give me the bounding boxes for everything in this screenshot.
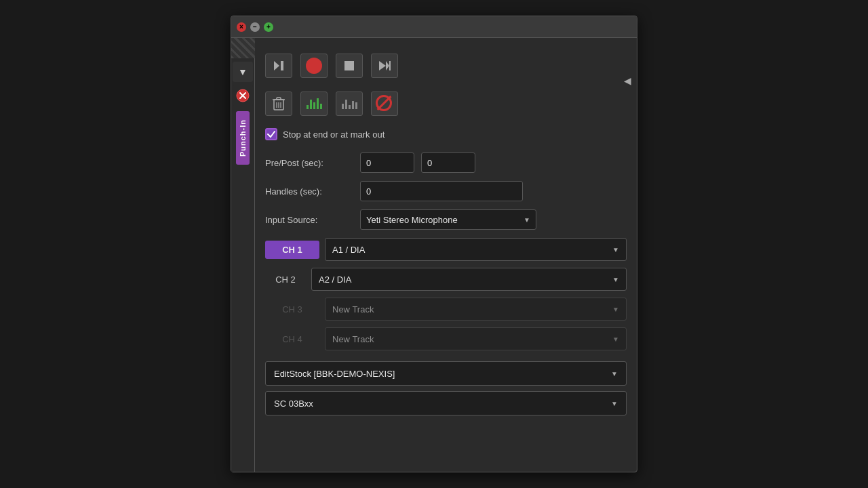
main-content: ◀ xyxy=(255,38,637,472)
ch4-label: CH 4 xyxy=(265,334,319,344)
ch2-row: CH 2 A2 / DIA ▼ xyxy=(265,268,627,291)
handles-label: Handles (sec): xyxy=(265,186,353,197)
svg-rect-4 xyxy=(281,61,283,70)
ch4-dropdown[interactable]: New Track ▼ xyxy=(325,327,627,350)
x-icon xyxy=(236,89,250,102)
record-icon xyxy=(306,58,322,74)
input-source-row: Input Source: Yeti Stereo Microphone ▼ xyxy=(265,209,627,230)
pre-post-row: Pre/Post (sec): xyxy=(265,152,627,173)
sc-arrow-icon: ▼ xyxy=(611,400,618,407)
input-source-dropdown[interactable]: Yeti Stereo Microphone ▼ xyxy=(360,209,536,230)
ch2-label: CH 2 xyxy=(265,274,306,285)
svg-marker-6 xyxy=(379,61,386,70)
minimize-button[interactable]: − xyxy=(250,22,260,32)
to-end-icon xyxy=(377,58,392,73)
mixer-button[interactable] xyxy=(336,92,363,116)
play-record-icon xyxy=(271,58,286,73)
ch4-arrow-icon: ▼ xyxy=(612,336,619,343)
post-value-input[interactable] xyxy=(421,152,475,173)
main-window: × − + ▼ Punch-In ◀ xyxy=(231,16,637,472)
svg-marker-7 xyxy=(386,61,389,70)
titlebar: × − + xyxy=(231,16,637,38)
stop-at-end-label: Stop at end or at mark out xyxy=(283,129,384,140)
sc-dropdown[interactable]: SC 03Bxx ▼ xyxy=(265,391,627,415)
ch1-arrow-icon: ▼ xyxy=(612,246,619,253)
ch2-dropdown[interactable]: A2 / DIA ▼ xyxy=(311,268,627,291)
sidebar-x-button[interactable] xyxy=(233,85,253,106)
svg-rect-5 xyxy=(344,61,354,70)
edit-stock-arrow-icon: ▼ xyxy=(611,370,618,378)
ch3-row: CH 3 New Track ▼ xyxy=(265,298,627,321)
edit-stock-dropdown[interactable]: EditStock [BBK-DEMO-NEXIS] ▼ xyxy=(265,361,627,386)
pre-post-label: Pre/Post (sec): xyxy=(265,158,353,168)
handles-input[interactable] xyxy=(360,181,523,201)
checkmark-icon xyxy=(267,130,275,138)
input-source-label: Input Source: xyxy=(265,215,353,225)
punch-in-label: Punch-In xyxy=(236,111,250,165)
play-record-button[interactable] xyxy=(265,54,292,78)
sidebar-arrow-button[interactable]: ▼ xyxy=(233,62,253,82)
trash-button[interactable] xyxy=(265,92,292,116)
ch1-button[interactable]: CH 1 xyxy=(265,241,319,259)
ch3-dropdown[interactable]: New Track ▼ xyxy=(325,298,627,321)
collapse-arrow-button[interactable]: ◀ xyxy=(624,75,631,86)
ch2-arrow-icon: ▼ xyxy=(612,276,619,283)
bottom-dropdowns: EditStock [BBK-DEMO-NEXIS] ▼ SC 03Bxx ▼ xyxy=(265,361,627,415)
stop-button[interactable] xyxy=(336,54,363,78)
ch1-dropdown[interactable]: A1 / DIA ▼ xyxy=(325,238,627,261)
window-body: ▼ Punch-In ◀ xyxy=(231,38,637,472)
svg-marker-3 xyxy=(274,61,279,70)
trash-icon xyxy=(272,96,285,111)
toolbar-row1 xyxy=(265,48,627,83)
no-icon xyxy=(376,95,393,113)
mixer-icon xyxy=(342,98,357,109)
maximize-button[interactable]: + xyxy=(264,22,273,32)
stop-at-end-checkbox[interactable] xyxy=(265,128,277,140)
svg-rect-8 xyxy=(389,61,391,70)
input-source-arrow-icon: ▼ xyxy=(524,216,530,224)
stop-at-end-row: Stop at end or at mark out xyxy=(265,128,627,140)
levels-button[interactable] xyxy=(300,92,328,116)
toolbar-row2 xyxy=(265,92,627,116)
to-end-button[interactable] xyxy=(371,54,398,78)
sidebar-stripe xyxy=(231,38,255,58)
ch3-arrow-icon: ▼ xyxy=(612,306,619,313)
levels-icon xyxy=(307,98,322,109)
close-button[interactable]: × xyxy=(237,22,246,32)
ch1-row: CH 1 A1 / DIA ▼ xyxy=(265,238,627,261)
stop-icon xyxy=(343,60,355,72)
ch3-label: CH 3 xyxy=(265,304,319,314)
handles-row: Handles (sec): xyxy=(265,181,627,201)
disable-button[interactable] xyxy=(371,92,398,116)
record-button[interactable] xyxy=(300,54,328,78)
input-source-value: Yeti Stereo Microphone xyxy=(366,215,458,225)
sidebar: ▼ Punch-In xyxy=(231,38,255,472)
pre-value-input[interactable] xyxy=(360,152,414,173)
ch4-row: CH 4 New Track ▼ xyxy=(265,327,627,350)
